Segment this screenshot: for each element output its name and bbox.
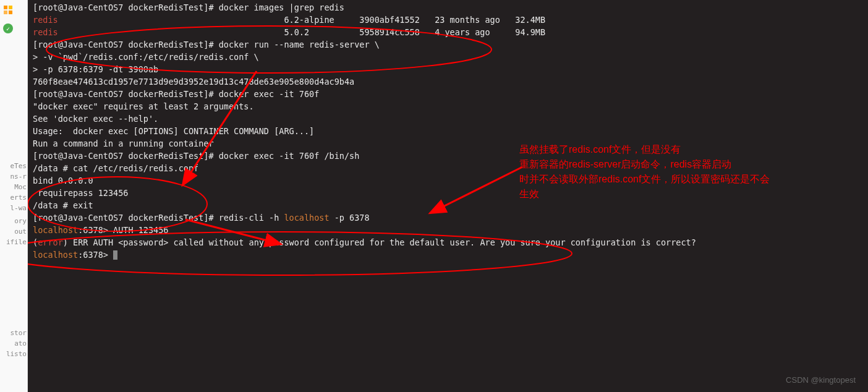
terminal-text: 6.2-alpine 3900abf41552 23 months ago 32… [58, 15, 545, 25]
terminal-text: [root@Java-CentOS7 dockerRedisTest]# doc… [33, 151, 359, 161]
terminal-text: /data # exit [33, 200, 93, 210]
terminal-text: redis [33, 15, 58, 25]
sidebar-label[interactable]: ifile [0, 237, 28, 247]
terminal-line: [root@Java-CentOS7 dockerRedisTest]# doc… [33, 38, 863, 51]
terminal-line: See 'docker exec --help'. [33, 113, 863, 125]
terminal-text: requirepass 123456 [33, 188, 128, 198]
terminal-line: [root@Java-CentOS7 dockerRedisTest]# doc… [33, 88, 863, 100]
sidebar-label[interactable]: ns-r [0, 171, 28, 182]
terminal-text: localhost [33, 250, 78, 260]
terminal-text: error [38, 237, 63, 247]
terminal-line: Usage: docker exec [OPTIONS] CONTAINER C… [33, 125, 863, 137]
terminal-text: [root@Java-CentOS7 dockerRedisTest]# doc… [33, 40, 380, 49]
terminal-line: Run a command in a running container [33, 137, 863, 150]
terminal-line: [root@Java-CentOS7 dockerRedisTest]# red… [33, 211, 863, 224]
terminal-line: redis 6.2-alpine 3900abf41552 23 months … [33, 14, 863, 26]
terminal-line: localhost:6378> [33, 249, 863, 261]
terminal-line: [root@Java-CentOS7 dockerRedisTest]# doc… [33, 1, 863, 14]
terminal-line: /data # exit [33, 199, 863, 211]
sidebar-label[interactable]: listo [0, 349, 28, 359]
terminal-line: localhost:6378> AUTH 123456 [33, 224, 863, 236]
terminal-line: 760f8eae474613cd1957e7713d9e9d3952e19d13… [33, 75, 863, 88]
terminal-line: [root@Java-CentOS7 dockerRedisTest]# doc… [33, 150, 863, 162]
terminal-text: :6378> [78, 250, 113, 260]
terminal-text: ( [33, 237, 38, 247]
sidebar-label[interactable]: Moc [0, 182, 28, 192]
terminal-text: See 'docker exec --help'. [33, 114, 158, 124]
watermark: CSDN @kingtopest [786, 375, 856, 385]
debug-icon[interactable] [3, 5, 13, 15]
terminal-text: > -v `pwd`/redis.conf:/etc/redis/redis.c… [33, 52, 259, 62]
terminal-output[interactable]: [root@Java-CentOS7 dockerRedisTest]# doc… [28, 0, 868, 392]
status-ok-icon[interactable]: ✓ [3, 23, 13, 33]
svg-rect-1 [9, 6, 12, 9]
terminal-line: "docker exec" requires at least 2 argume… [33, 100, 863, 113]
terminal-text: 5.0.2 5958914cc558 4 years ago 94.9MB [58, 27, 545, 37]
terminal-text: Usage: docker exec [OPTIONS] CONTAINER C… [33, 126, 314, 136]
sidebar: ✓ eTes ns-r Moc erts l-wa ory out ifile … [0, 0, 28, 392]
sidebar-label[interactable]: ory [0, 216, 28, 226]
svg-rect-0 [4, 6, 7, 9]
terminal-text: redis [33, 27, 58, 37]
terminal-text: [root@Java-CentOS7 dockerRedisTest]# doc… [33, 2, 344, 12]
terminal-text: -p 6378 [330, 213, 370, 223]
sidebar-label[interactable]: ato [0, 338, 28, 349]
terminal-text: > -p 6378:6379 -dt 3900ab [33, 64, 158, 74]
sidebar-label[interactable]: out [0, 226, 28, 237]
terminal-text: [root@Java-CentOS7 dockerRedisTest]# red… [33, 213, 284, 223]
terminal-line: (error) ERR AUTH <password> called witho… [33, 236, 863, 249]
terminal-cursor [113, 250, 117, 260]
sidebar-label[interactable]: l-wa [0, 203, 28, 213]
terminal-line: > -p 6378:6379 -dt 3900ab [33, 63, 863, 75]
svg-rect-3 [9, 11, 12, 14]
terminal-text: 760f8eae474613cd1957e7713d9e9d3952e19d13… [33, 77, 354, 87]
terminal-text: localhost [33, 225, 78, 235]
terminal-line: requirepass 123456 [33, 187, 863, 199]
sidebar-label [0, 247, 28, 266]
sidebar-label[interactable]: stor [0, 328, 28, 338]
terminal-text: /data # cat /etc/redis/redis.conf [33, 163, 198, 173]
terminal-text: bind 0.0.0.0 [33, 176, 93, 185]
svg-rect-2 [4, 11, 7, 14]
terminal-line: /data # cat /etc/redis/redis.conf [33, 162, 863, 174]
terminal-line: bind 0.0.0.0 [33, 174, 863, 187]
sidebar-label[interactable]: eTes [0, 161, 28, 171]
terminal-text: Run a command in a running container [33, 138, 214, 148]
sidebar-icons-container: ✓ [3, 5, 13, 33]
terminal-text: ) ERR AUTH <password> called without any… [63, 237, 696, 247]
terminal-line: > -v `pwd`/redis.conf:/etc/redis/redis.c… [33, 51, 863, 63]
terminal-text: [root@Java-CentOS7 dockerRedisTest]# doc… [33, 89, 319, 99]
terminal-text: localhost [284, 213, 329, 223]
terminal-line: redis 5.0.2 5958914cc558 4 years ago 94.… [33, 26, 863, 38]
terminal-text: "docker exec" requires at least 2 argume… [33, 101, 254, 111]
terminal-text: :6378> AUTH 123456 [78, 225, 168, 235]
sidebar-label[interactable]: erts [0, 192, 28, 203]
sidebar-labels: eTes ns-r Moc erts l-wa ory out ifile st… [0, 161, 28, 359]
